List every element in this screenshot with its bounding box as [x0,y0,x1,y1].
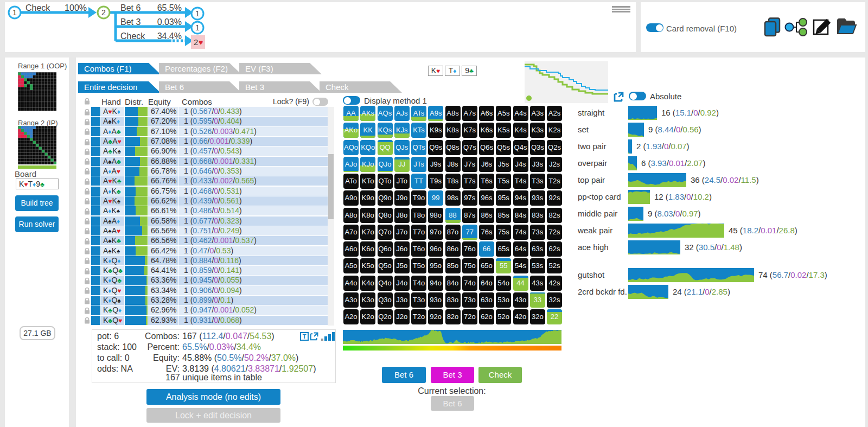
svg-text:Check: Check [25,3,50,12]
svg-text:Bet 6: Bet 6 [120,3,141,12]
svg-text:0.03%: 0.03% [157,17,182,27]
svg-text:2: 2 [101,8,106,17]
svg-text:2: 2 [194,37,198,47]
svg-text:♥: ♥ [199,38,203,47]
svg-text:1: 1 [12,8,17,17]
svg-text:1: 1 [195,9,200,18]
svg-text:Bet 3: Bet 3 [120,17,141,27]
svg-text:100%: 100% [65,3,87,12]
svg-text:1: 1 [195,23,200,32]
svg-text:T: T [303,333,307,340]
svg-text:65.5%: 65.5% [157,3,182,12]
svg-text:Check: Check [120,31,145,41]
svg-text:34.4%: 34.4% [157,31,182,41]
